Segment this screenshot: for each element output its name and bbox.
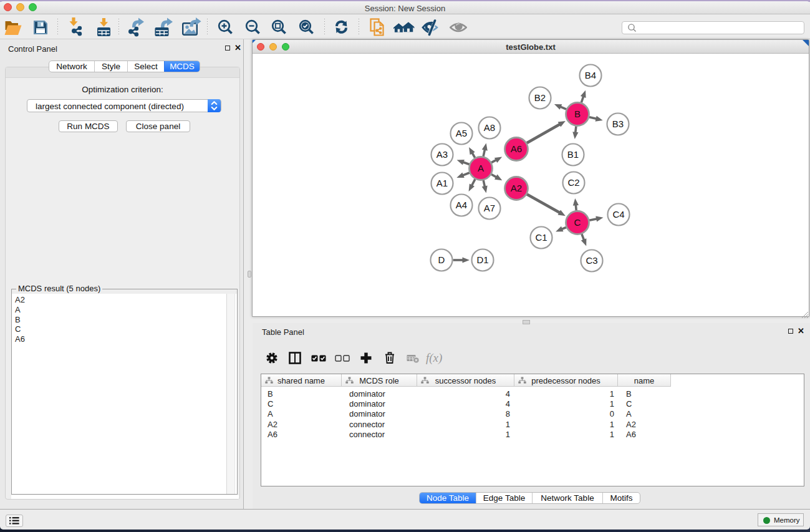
svg-text:B1: B1: [567, 149, 579, 160]
svg-text:B4: B4: [585, 70, 596, 80]
svg-text:A5: A5: [456, 128, 467, 138]
svg-text:A: A: [478, 163, 484, 173]
svg-text:C4: C4: [612, 209, 624, 220]
svg-text:A8: A8: [484, 122, 495, 133]
svg-text:B2: B2: [534, 92, 546, 103]
svg-text:D1: D1: [476, 254, 488, 265]
svg-text:B: B: [574, 109, 581, 119]
svg-text:C3: C3: [586, 255, 597, 266]
svg-text:D: D: [438, 254, 445, 265]
svg-text:A7: A7: [484, 203, 495, 213]
svg-text:A4: A4: [456, 200, 467, 210]
svg-text:A1: A1: [436, 178, 448, 188]
svg-text:A6: A6: [511, 143, 522, 154]
svg-text:A3: A3: [436, 149, 448, 160]
svg-text:C: C: [574, 217, 581, 228]
svg-text:C1: C1: [535, 232, 547, 243]
svg-text:C2: C2: [567, 177, 579, 188]
svg-text:A2: A2: [511, 183, 522, 193]
svg-text:B3: B3: [612, 118, 624, 129]
